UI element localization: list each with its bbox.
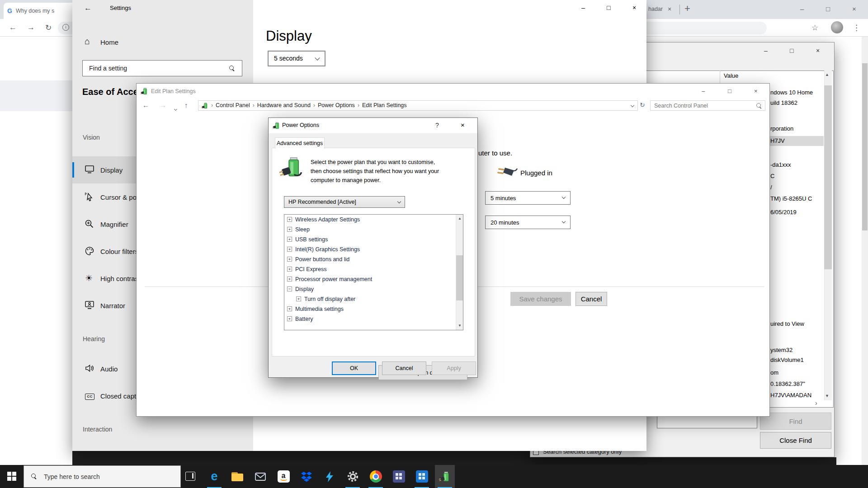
close-button[interactable]: × xyxy=(461,121,465,129)
value-cell[interactable]: H7JV\AMADAN xyxy=(770,392,811,399)
tree-item-intel-r-graphics-settings[interactable]: +Intel(R) Graphics Settings xyxy=(284,244,463,254)
recent-pages-chevron-icon[interactable] xyxy=(174,108,177,111)
chrome-menu-icon[interactable]: ⋮ xyxy=(853,23,860,33)
info-icon[interactable]: i xyxy=(62,24,69,31)
apply-button[interactable]: Apply xyxy=(432,361,476,375)
find-button[interactable]: Find xyxy=(760,413,831,430)
minimize-button[interactable]: – xyxy=(581,4,585,11)
taskbar-app-icon-purple[interactable] xyxy=(389,465,409,488)
expand-icon[interactable]: + xyxy=(287,227,292,232)
value-cell[interactable]: uired to View xyxy=(770,320,804,327)
cancel-button[interactable]: Cancel xyxy=(576,292,607,306)
expand-icon[interactable]: + xyxy=(287,217,292,222)
value-cell[interactable]: H7JV xyxy=(770,137,785,144)
scroll-right-icon[interactable]: › xyxy=(815,399,817,407)
chrome-active-tab[interactable]: G Why does my s xyxy=(4,3,77,19)
minimize-button[interactable]: – xyxy=(800,5,804,13)
tree-item-processor-power-management[interactable]: +Processor power management xyxy=(284,274,463,284)
tree-item-multimedia-settings[interactable]: +Multimedia settings xyxy=(284,304,463,314)
breadcrumb-item[interactable]: Hardware and Sound xyxy=(257,102,311,108)
expand-icon[interactable]: + xyxy=(287,306,292,311)
taskbar-mail-icon[interactable] xyxy=(250,465,270,488)
value-cell[interactable]: diskVolume1 xyxy=(770,357,804,363)
minimize-button[interactable]: – xyxy=(764,47,768,54)
sidebar-item-speech[interactable]: Speech xyxy=(72,446,253,451)
scroll-up-icon[interactable]: ▲ xyxy=(825,72,829,77)
tree-scrollbar-track[interactable]: ▲ ▼ xyxy=(456,215,463,330)
search-input[interactable]: Find a setting xyxy=(82,60,242,76)
sidebar-item-home[interactable]: Home xyxy=(100,38,118,46)
expand-icon[interactable]: + xyxy=(296,296,301,301)
forward-icon[interactable]: → xyxy=(27,23,35,32)
close-button[interactable]: × xyxy=(816,47,820,54)
back-icon[interactable]: ← xyxy=(9,23,17,32)
tree-item-wireless-adapter-settings[interactable]: +Wireless Adapter Settings xyxy=(284,215,463,225)
scroll-down-icon[interactable]: ▼ xyxy=(825,394,829,398)
taskbar-search[interactable]: Type here to search xyxy=(24,465,181,488)
tree-item-power-buttons-and-lid[interactable]: +Power buttons and lid xyxy=(284,254,463,264)
tree-item-pci-express[interactable]: +PCI Express xyxy=(284,264,463,274)
tree-item-display[interactable]: −Display xyxy=(284,284,463,294)
expand-icon[interactable]: + xyxy=(287,277,292,282)
tree-item-usb-settings[interactable]: +USB settings xyxy=(284,235,463,244)
tab-title-fragment[interactable]: hadar xyxy=(648,6,663,12)
tab-advanced-settings[interactable]: Advanced settings xyxy=(275,137,325,149)
timeout-dropdown[interactable]: 5 seconds xyxy=(268,51,326,66)
expand-icon[interactable]: + xyxy=(287,316,292,321)
close-button[interactable]: × xyxy=(852,5,856,13)
save-changes-button[interactable]: Save changes xyxy=(510,292,571,306)
maximize-button[interactable]: □ xyxy=(790,47,793,54)
plan-dropdown[interactable]: HP Recommended [Active] xyxy=(284,196,405,208)
value-cell[interactable]: 0.18362.387" xyxy=(770,380,805,387)
value-cell[interactable]: C xyxy=(770,173,774,179)
taskbar-settings-gear-icon[interactable] xyxy=(343,465,363,488)
bookmark-star-icon[interactable]: ☆ xyxy=(811,23,818,33)
value-cell[interactable]: / xyxy=(770,184,772,191)
cancel-button[interactable]: Cancel xyxy=(382,361,426,375)
sleep-dropdown[interactable]: 20 minutes xyxy=(485,216,571,229)
value-column-header[interactable]: Value xyxy=(724,72,738,79)
expand-icon[interactable]: + xyxy=(287,247,292,252)
tab-close-icon[interactable]: × xyxy=(668,5,671,13)
close-find-button[interactable]: Close Find xyxy=(760,432,831,449)
taskbar-edge-icon[interactable]: e xyxy=(204,465,224,488)
breadcrumb-item[interactable]: Power Options xyxy=(318,102,355,108)
breadcrumb-item[interactable]: Edit Plan Settings xyxy=(362,102,407,108)
close-button[interactable]: × xyxy=(632,4,636,11)
tree-item-turn-off-display-after[interactable]: +Turn off display after xyxy=(284,294,463,304)
expand-icon[interactable]: + xyxy=(287,267,292,272)
value-cell[interactable]: rporation xyxy=(770,125,793,132)
value-cell[interactable]: 6/05/2019 xyxy=(770,209,797,216)
help-button[interactable]: ? xyxy=(435,122,439,129)
value-cell[interactable]: TM) i5-8265U C xyxy=(770,195,812,202)
taskbar-power-options-icon[interactable] xyxy=(435,465,455,488)
forward-icon[interactable]: → xyxy=(160,101,166,109)
expand-icon[interactable]: + xyxy=(287,237,292,242)
breadcrumb[interactable]: ›Control Panel›Hardware and Sound›Power … xyxy=(198,100,638,111)
task-view-button[interactable] xyxy=(185,472,195,481)
close-button[interactable]: × xyxy=(754,88,758,94)
breadcrumb-dropdown-icon[interactable] xyxy=(631,103,634,107)
maximize-button[interactable]: □ xyxy=(728,88,731,94)
taskbar-app-icon-blue[interactable] xyxy=(412,465,432,488)
tree-item-battery[interactable]: +Battery xyxy=(284,314,463,324)
scroll-up-icon[interactable]: ▲ xyxy=(458,216,462,221)
taskbar-flash-app-icon[interactable] xyxy=(320,465,340,488)
back-icon[interactable]: ← xyxy=(142,101,149,109)
refresh-icon[interactable]: ↻ xyxy=(640,101,645,108)
value-cell[interactable]: ystem32 xyxy=(770,347,793,353)
ok-button[interactable]: OK xyxy=(332,361,376,375)
maximize-button[interactable]: □ xyxy=(607,4,610,11)
turn-off-display-dropdown[interactable]: 5 minutes xyxy=(485,191,571,205)
taskbar-chrome-icon[interactable] xyxy=(366,465,386,488)
reload-icon[interactable]: ↻ xyxy=(45,23,52,33)
taskbar-amazon-icon[interactable]: a xyxy=(274,465,293,488)
page-scrollbar-thumb[interactable] xyxy=(862,63,868,230)
scroll-down-icon[interactable]: ▼ xyxy=(458,324,462,328)
tree-item-sleep[interactable]: +Sleep xyxy=(284,225,463,235)
value-cell[interactable]: -da1xxx xyxy=(770,161,791,168)
list-scrollbar-thumb[interactable] xyxy=(824,85,832,269)
value-cell[interactable]: ndows 10 Home xyxy=(770,89,813,96)
start-button[interactable] xyxy=(7,472,17,481)
avatar[interactable] xyxy=(831,21,843,33)
